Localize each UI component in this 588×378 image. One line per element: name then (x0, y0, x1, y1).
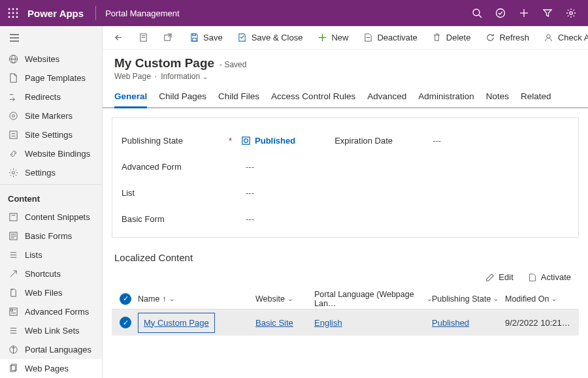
col-portal-language[interactable]: Portal Language (Webpage Lan… ⌄ (314, 290, 432, 308)
sort-asc-icon: ↑ (162, 294, 166, 304)
save-close-button[interactable]: Save & Close (231, 26, 310, 50)
edit-button[interactable]: Edit (480, 270, 518, 285)
new-button[interactable]: New (310, 26, 355, 50)
sidebar-item-label: Lists (25, 250, 42, 260)
deactivate-button[interactable]: Deactivate (356, 26, 423, 50)
refresh-button[interactable]: Refresh (478, 26, 536, 50)
activate-button[interactable]: Activate (523, 270, 576, 285)
svg-point-58 (244, 138, 248, 142)
sidebar-item-basic-forms[interactable]: Basic Forms (0, 227, 102, 245)
field-value-publishing-state[interactable]: Published (241, 136, 295, 146)
sidebar-item-redirects[interactable]: Redirects (0, 87, 102, 106)
svg-rect-51 (192, 34, 195, 36)
svg-point-22 (12, 114, 14, 117)
form-selector-button[interactable] (131, 26, 155, 50)
svg-point-5 (16, 12, 18, 14)
record-header: My Custom Page - Saved Web Page · Inform… (103, 50, 588, 85)
field-value-expiration-date[interactable]: --- (433, 136, 441, 146)
localized-content-grid: ✓ Name ↑ ⌄ Website ⌄ Portal Language (We… (112, 289, 579, 336)
sidebar-item-label: Advanced Forms (25, 307, 89, 317)
cell-website[interactable]: Basic Site (255, 318, 314, 328)
svg-rect-37 (10, 309, 12, 311)
delete-button[interactable]: Delete (425, 26, 478, 50)
svg-point-14 (570, 12, 572, 14)
command-bar: Save Save & Close New Deactivate Delete … (103, 26, 588, 50)
open-new-window-button[interactable] (156, 26, 180, 50)
svg-rect-27 (9, 213, 16, 221)
form-view-selector[interactable]: Information ⌄ (161, 72, 207, 81)
tab-child-pages[interactable]: Child Pages (159, 91, 206, 107)
col-website[interactable]: Website ⌄ (255, 294, 314, 304)
grid-row[interactable]: ✓ My Custom Page Basic Site English Publ… (112, 309, 579, 336)
cell-portal-language[interactable]: English (314, 318, 432, 328)
check-access-button[interactable]: Check Access (537, 26, 588, 50)
col-name[interactable]: Name ↑ ⌄ (138, 294, 255, 304)
task-icon[interactable] (489, 0, 512, 26)
chevron-down-icon: ⌄ (427, 295, 432, 302)
tab-administration[interactable]: Administration (418, 91, 474, 107)
svg-point-26 (12, 171, 14, 174)
col-publishing-state[interactable]: Publishing State ⌄ (432, 294, 505, 304)
gear-icon (8, 167, 18, 178)
sidebar-item-lists[interactable]: Lists (0, 245, 102, 264)
sidebar-item-websites[interactable]: Websites (0, 50, 102, 69)
lang-icon (8, 345, 18, 355)
tab-general[interactable]: General (114, 91, 147, 108)
sidebar-item-content-snippets[interactable]: Content Snippets (0, 208, 102, 227)
svg-point-2 (16, 8, 18, 10)
chevron-down-icon: ⌄ (493, 295, 498, 302)
sidebar-item-web-link-sets[interactable]: Web Link Sets (0, 321, 102, 340)
row-checkbox[interactable]: ✓ (120, 317, 138, 328)
back-button[interactable] (106, 26, 130, 50)
globe-icon (8, 54, 18, 64)
refresh-icon (485, 33, 495, 43)
marker-icon (8, 110, 18, 121)
chevron-down-icon: ⌄ (203, 73, 208, 80)
main-area: Save Save & Close New Deactivate Delete … (103, 26, 588, 378)
sidebar-item-web-pages[interactable]: Web Pages (0, 359, 102, 378)
svg-point-8 (16, 16, 18, 18)
deactivate-icon (363, 33, 373, 43)
svg-point-7 (12, 16, 14, 18)
svg-point-3 (8, 12, 10, 14)
field-label-publishing-state: Publishing State (122, 136, 226, 146)
field-label-basic-form: Basic Form (122, 214, 226, 224)
save-close-icon (237, 33, 248, 43)
field-value-list[interactable]: --- (246, 188, 254, 198)
sidebar-item-settings[interactable]: Settings (0, 163, 102, 182)
save-button[interactable]: Save (182, 26, 229, 50)
sidebar-item-site-settings[interactable]: Site Settings (0, 125, 102, 144)
svg-rect-50 (192, 38, 196, 41)
sidebar-item-advanced-forms[interactable]: Advanced Forms (0, 302, 102, 321)
form-content: Publishing State * Published Expiration … (103, 108, 588, 378)
svg-point-1 (12, 8, 14, 10)
hamburger-icon[interactable] (0, 26, 102, 50)
cell-name[interactable]: My Custom Page (138, 313, 255, 333)
tab-notes[interactable]: Notes (486, 91, 509, 107)
sidebar-item-website-bindings[interactable]: Website Bindings (0, 144, 102, 163)
sidebar-item-label: Portal Languages (25, 345, 91, 354)
tab-child-files[interactable]: Child Files (218, 91, 259, 107)
tab-related[interactable]: Related (521, 91, 551, 107)
cell-publishing-state[interactable]: Published (432, 318, 505, 328)
tab-advanced[interactable]: Advanced (367, 91, 406, 107)
sidebar-item-page-templates[interactable]: Page Templates (0, 69, 102, 87)
check-icon: ✓ (120, 293, 131, 305)
sidebar-item-portal-languages[interactable]: Portal Languages (0, 340, 102, 359)
sidebar-item-shortcuts[interactable]: Shortcuts (0, 264, 102, 283)
col-modified-on[interactable]: Modified On ⌄ (505, 294, 570, 304)
form-section: Publishing State * Published Expiration … (112, 118, 579, 238)
sidebar-item-site-markers[interactable]: Site Markers (0, 106, 102, 125)
tab-access-control[interactable]: Access Control Rules (271, 91, 355, 107)
field-value-advanced-form[interactable]: --- (246, 162, 254, 172)
filter-icon[interactable] (536, 0, 559, 26)
files-icon (8, 288, 18, 298)
sidebar-item-web-files[interactable]: Web Files (0, 283, 102, 302)
add-icon[interactable] (512, 0, 536, 26)
field-value-basic-form[interactable]: --- (246, 214, 254, 224)
select-all-checkbox[interactable]: ✓ (120, 293, 138, 305)
list-icon (8, 250, 18, 260)
search-icon[interactable] (465, 0, 489, 26)
settings-icon[interactable] (559, 0, 583, 26)
app-launcher-icon[interactable] (5, 5, 21, 21)
